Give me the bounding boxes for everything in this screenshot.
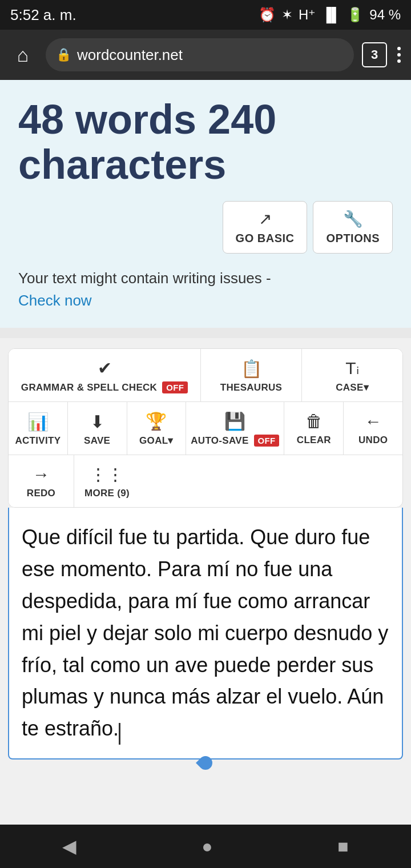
url-bar[interactable]: 🔒 wordcounter.net: [46, 38, 354, 71]
tabs-button[interactable]: 3: [362, 42, 387, 67]
browser-menu-button[interactable]: [395, 45, 403, 65]
toolbar-row-2: 📊 ACTIVITY ⬇ SAVE 🏆 GOAL▾ 💾 AUTO-SAVE OF…: [9, 402, 402, 455]
go-basic-label: GO BASIC: [236, 232, 295, 245]
activity-icon: 📊: [27, 412, 49, 432]
writing-issues: Your text might contain writing issues -…: [18, 267, 393, 312]
toolbar-row-3: → REDO ⋮⋮ MORE (9): [9, 455, 402, 507]
clear-icon: 🗑: [305, 412, 323, 431]
grammar-label: GRAMMAR & SPELL CHECK OFF: [21, 381, 188, 393]
grammar-spell-check-button[interactable]: ✔ GRAMMAR & SPELL CHECK OFF: [9, 349, 201, 401]
home-button[interactable]: ⌂: [8, 44, 38, 66]
network-icon: H⁺: [299, 7, 316, 23]
status-bar: 5:52 a. m. ⏰ ✶ H⁺ ▐▌ 🔋 94 %: [0, 0, 411, 30]
writing-issues-text: Your text might contain writing issues -: [18, 270, 271, 287]
thesaurus-label: THESAURUS: [220, 382, 283, 393]
more-label: MORE (9): [84, 488, 130, 499]
case-button[interactable]: Tᵢ CASE▾: [302, 349, 402, 401]
options-label: OPTIONS: [326, 232, 380, 245]
back-button[interactable]: ◀: [62, 835, 76, 857]
browser-bar: ⌂ 🔒 wordcounter.net 3: [0, 30, 411, 80]
alarm-icon: ⏰: [259, 7, 276, 23]
word-count-heading: 48 words 240 characters: [18, 97, 393, 187]
clear-button[interactable]: 🗑 CLEAR: [284, 402, 344, 455]
options-icon: 🔧: [343, 210, 363, 228]
redo-button[interactable]: → REDO: [9, 455, 74, 507]
case-icon: Tᵢ: [345, 358, 358, 378]
redo-icon: →: [33, 465, 50, 484]
text-content[interactable]: Que difícil fue tu partida. Que duro fue…: [22, 521, 389, 745]
more-icon: ⋮⋮: [90, 464, 124, 484]
auto-save-off-badge: OFF: [254, 435, 280, 447]
thesaurus-button[interactable]: 📋 THESAURUS: [201, 349, 302, 401]
bluetooth-icon: ✶: [281, 7, 293, 23]
undo-label: UNDO: [358, 435, 388, 446]
top-buttons: ↗ GO BASIC 🔧 OPTIONS: [18, 201, 393, 254]
auto-save-label: AUTO-SAVE OFF: [191, 435, 279, 447]
text-cursor: [119, 723, 120, 745]
lock-icon: 🔒: [56, 47, 71, 62]
toolbar-row-1: ✔ GRAMMAR & SPELL CHECK OFF 📋 THESAURUS …: [9, 349, 402, 402]
clear-label: CLEAR: [297, 435, 331, 446]
activity-label: ACTIVITY: [15, 435, 61, 447]
toolbar: ✔ GRAMMAR & SPELL CHECK OFF 📋 THESAURUS …: [8, 348, 403, 508]
home-button-nav[interactable]: ●: [202, 836, 212, 857]
text-body: Que difícil fue tu partida. Que duro fue…: [22, 525, 388, 740]
goal-icon: 🏆: [146, 411, 167, 431]
options-button[interactable]: 🔧 OPTIONS: [313, 201, 393, 254]
battery-pct: 94 %: [369, 7, 401, 23]
save-label: SAVE: [84, 435, 110, 447]
checkmark-icon: ✔: [98, 358, 112, 378]
url-text: wordcounter.net: [77, 46, 183, 64]
auto-save-icon: 💾: [224, 411, 245, 431]
goal-label: GOAL▾: [139, 435, 174, 447]
grammar-off-badge: OFF: [162, 381, 188, 393]
goal-button[interactable]: 🏆 GOAL▾: [127, 402, 187, 455]
book-icon: 📋: [241, 359, 262, 379]
activity-button[interactable]: 📊 ACTIVITY: [9, 402, 68, 455]
battery-icon: 🔋: [346, 7, 364, 23]
recents-button[interactable]: ■: [337, 836, 348, 857]
redo-label: REDO: [27, 488, 55, 499]
bottom-nav: ◀ ● ■: [0, 825, 411, 868]
auto-save-button[interactable]: 💾 AUTO-SAVE OFF: [186, 402, 284, 455]
go-basic-icon: ↗: [259, 210, 272, 228]
check-now-link[interactable]: Check now: [18, 292, 92, 309]
save-button[interactable]: ⬇ SAVE: [68, 402, 127, 455]
undo-icon: ←: [365, 412, 382, 431]
case-label: CASE▾: [336, 381, 369, 393]
signal-icon: ▐▌: [321, 7, 341, 23]
go-basic-button[interactable]: ↗ GO BASIC: [223, 201, 308, 254]
cursor-handle[interactable]: [199, 756, 212, 770]
text-editor[interactable]: Que difícil fue tu partida. Que duro fue…: [8, 508, 403, 760]
more-button[interactable]: ⋮⋮ MORE (9): [74, 455, 140, 507]
save-icon: ⬇: [90, 412, 104, 432]
status-icons: ⏰ ✶ H⁺ ▐▌ 🔋 94 %: [259, 7, 401, 23]
undo-button[interactable]: ← UNDO: [344, 402, 402, 455]
status-time: 5:52 a. m.: [10, 6, 76, 24]
main-content: 48 words 240 characters ↗ GO BASIC 🔧 OPT…: [0, 80, 411, 328]
